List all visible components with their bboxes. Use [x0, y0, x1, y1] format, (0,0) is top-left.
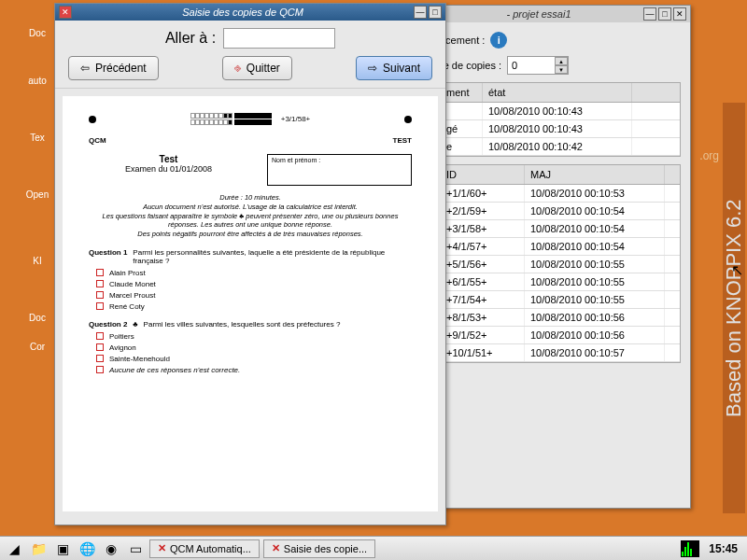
answer-option: Claude Monet	[96, 280, 412, 288]
name-box: Nom et prénom :	[267, 154, 412, 186]
maximize-button[interactable]: □	[658, 7, 671, 21]
maximize-button[interactable]: □	[429, 6, 442, 19]
desktop-icons: Doc auto Tex Open KI Doc Cor	[19, 28, 56, 380]
table-row[interactable]: +8/1/53+10/08/2010 00:10:56	[441, 309, 680, 327]
checkbox-icon	[96, 280, 104, 287]
checkbox-icon	[96, 343, 104, 351]
window-title: - projet essai1	[434, 8, 643, 20]
col-maj[interactable]: MAJ	[525, 165, 665, 184]
project-window: - projet essai1 — □ ✕ acement : i re de …	[430, 5, 691, 509]
clock: 15:45	[703, 542, 743, 555]
instructions: Durée : 10 minutes. Aucun document n'est…	[89, 193, 412, 239]
table-row[interactable]: e10/08/2010 00:10:42	[441, 138, 680, 156]
minimize-button[interactable]: —	[414, 6, 427, 19]
copies-spinner[interactable]: ▲ ▼	[507, 56, 569, 75]
spinner-up-icon[interactable]: ▲	[555, 57, 568, 65]
table-row[interactable]: gé10/08/2010 00:10:43	[441, 120, 680, 138]
x-icon: ✕	[272, 542, 280, 554]
qcm-document: +3/1/58+ QCM TEST Test Examen du 01/01/2…	[63, 96, 438, 511]
titlebar[interactable]: - projet essai1 — □ ✕	[430, 6, 690, 22]
table-row[interactable]: +4/1/57+10/08/2010 00:10:54	[441, 238, 680, 256]
desktop-icon[interactable]: Tex	[19, 133, 56, 143]
checkbox-icon	[96, 332, 104, 340]
col-id[interactable]: ID	[441, 165, 525, 184]
qcm-label: QCM	[89, 136, 106, 145]
app-icon[interactable]: ◉	[101, 539, 121, 558]
table-row[interactable]: +6/1/55+10/08/2010 00:10:55	[441, 273, 680, 291]
barcode-area: +3/1/58+	[190, 113, 311, 125]
col-ment[interactable]: ment	[441, 83, 483, 102]
arrow-right-icon: ⇨	[368, 62, 377, 75]
checkbox-icon	[96, 291, 104, 299]
desktop-icon[interactable]: Cor	[19, 342, 56, 352]
answer-option: Avignon	[96, 343, 412, 352]
terminal-icon[interactable]: ▣	[52, 539, 73, 558]
arrow-left-icon: ⇦	[80, 62, 90, 75]
col-etat[interactable]: état	[483, 83, 632, 102]
close-button[interactable]: ✕	[59, 6, 72, 19]
answer-option: Sainte-Menehould	[96, 355, 412, 363]
aller-input[interactable]	[223, 28, 335, 49]
taskbar: ◢ 📁 ▣ 🌐 ◉ ▭ ✕QCM Automatiq... ✕Saisie de…	[0, 536, 747, 560]
desktop-icon[interactable]: Open	[19, 189, 56, 200]
copies-input[interactable]	[508, 58, 555, 73]
checkbox-icon	[96, 302, 104, 310]
close-button[interactable]: ✕	[673, 7, 686, 21]
page-code: +3/1/58+	[281, 115, 311, 123]
quit-button[interactable]: ⎆Quitter	[222, 56, 292, 80]
info-icon[interactable]: i	[490, 32, 507, 49]
table-row[interactable]: +7/1/54+10/08/2010 00:10:55	[441, 291, 680, 309]
checkbox-icon	[96, 355, 104, 362]
window-title: Saisie des copies de QCM	[72, 7, 414, 18]
answer-option: Poitiers	[96, 332, 412, 341]
spinner-down-icon[interactable]: ▼	[555, 65, 568, 74]
start-menu-icon[interactable]: ◢	[4, 539, 24, 558]
titlebar[interactable]: ✕ Saisie des copies de QCM — □	[55, 4, 445, 21]
aller-label: Aller à :	[165, 30, 216, 47]
cpu-graph	[681, 540, 699, 557]
doc-title: Test	[160, 154, 178, 164]
answer-option: Alain Prost	[96, 269, 412, 277]
browser-icon[interactable]: 🌐	[77, 539, 97, 558]
app-icon[interactable]: ▭	[125, 539, 146, 558]
table-row[interactable]: +2/1/59+10/08/2010 00:10:54	[441, 203, 680, 220]
table-row[interactable]: +3/1/58+10/08/2010 00:10:54	[441, 220, 680, 238]
table-row[interactable]: +5/1/56+10/08/2010 00:10:55	[441, 256, 680, 273]
id-table: ID MAJ +1/1/60+10/08/2010 00:10:53+2/1/5…	[440, 164, 681, 363]
table-row[interactable]: +1/1/60+10/08/2010 00:10:53	[441, 185, 680, 203]
files-icon[interactable]: 📁	[28, 539, 49, 558]
desktop-icon[interactable]: auto	[19, 76, 56, 86]
answer-option: René Coty	[96, 302, 412, 311]
desktop-icon[interactable]: Doc	[19, 313, 56, 323]
saisie-window: ✕ Saisie des copies de QCM — □ Aller à :…	[54, 3, 446, 525]
minimize-button[interactable]: —	[643, 7, 656, 21]
desktop-icon[interactable]: KI	[19, 256, 56, 266]
table-row[interactable]: 10/08/2010 00:10:43	[441, 103, 680, 120]
status-table: ment état 10/08/2010 00:10:43gé10/08/201…	[440, 82, 681, 157]
checkbox-icon	[96, 366, 104, 373]
table-row[interactable]: +9/1/52+10/08/2010 00:10:56	[441, 327, 680, 344]
question-2: Question 2♣ Parmi les villes suivantes, …	[89, 320, 412, 374]
exam-date: Examen du 01/01/2008	[125, 164, 212, 174]
copies-label: re de copies :	[440, 60, 501, 71]
mouse-cursor: ↖	[731, 261, 743, 279]
alignment-dot	[89, 116, 96, 123]
next-button[interactable]: ⇨Suivant	[356, 56, 432, 80]
test-label: TEST	[393, 136, 412, 145]
knoppix-banner: Based on KNOPPIX 6.2	[723, 103, 745, 513]
desktop-icon[interactable]: Doc	[19, 28, 56, 38]
alignment-dot	[404, 116, 412, 123]
checkbox-icon	[96, 269, 104, 276]
x-icon: ✕	[158, 542, 166, 554]
taskbar-item-saisie[interactable]: ✕Saisie des copie...	[263, 539, 375, 558]
answer-option: Aucune de ces réponses n'est correcte.	[96, 366, 412, 374]
org-text: .org	[699, 149, 719, 162]
table-row[interactable]: +10/1/51+10/08/2010 00:10:57	[441, 344, 680, 362]
placement-label: acement :	[440, 35, 485, 46]
question-1: Question 1 Parmi les personnalités suiva…	[89, 248, 412, 311]
previous-button[interactable]: ⇦Précédent	[68, 56, 159, 80]
exit-icon: ⎆	[234, 62, 241, 75]
answer-option: Marcel Proust	[96, 291, 412, 300]
taskbar-item-qcm[interactable]: ✕QCM Automatiq...	[149, 539, 260, 558]
